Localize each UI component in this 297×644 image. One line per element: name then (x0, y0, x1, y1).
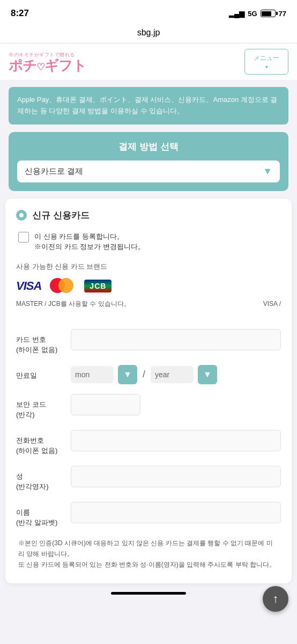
last-name-input[interactable] (71, 466, 281, 487)
first-name-field: 이름(반각 알파벳) (16, 502, 281, 528)
visa-logo: VISA (16, 279, 41, 293)
first-name-input[interactable] (71, 502, 281, 523)
url-bar[interactable]: sbg.jp (0, 24, 297, 43)
security-code-input[interactable] (71, 394, 140, 415)
phone-label: 전화번호(하이폰 없음) (16, 430, 64, 456)
payment-select-text: 신용카드로 결제 (25, 166, 83, 177)
month-dropdown-button[interactable]: ▼ (118, 365, 137, 384)
battery-icon (261, 10, 276, 18)
year-text: year (155, 370, 169, 379)
card-number-label: 카드 번호(하이폰 없음) (16, 329, 64, 355)
status-time: 8:27 (11, 8, 29, 19)
status-icons: ▂▄▆ 5G 77 (229, 10, 286, 18)
jcb-logo: JCB (84, 280, 112, 292)
last-name-field: 성(반각영자) (16, 466, 281, 492)
network-type: 5G (248, 10, 257, 18)
card-number-input[interactable] (71, 329, 281, 350)
status-bar: 8:27 ▂▄▆ 5G 77 (0, 0, 297, 24)
expiry-label: 만료일 (16, 365, 64, 381)
year-select-display: year (151, 366, 194, 383)
phone-field: 전화번호(하이폰 없음) (16, 430, 281, 456)
mastercard-logo (50, 278, 76, 294)
bottom-bar (111, 592, 186, 595)
first-name-label: 이름(반각 알파벳) (16, 502, 64, 528)
card-form-section: 신규 신용카드 이 신용 카드를 등록합니다。※이전의 카드 정보가 변경됩니다… (5, 199, 292, 583)
scroll-top-button[interactable]: ↑ (263, 586, 288, 612)
menu-button[interactable]: メニュー ▾ (244, 49, 288, 75)
bottom-note: ※본인 인증(3D 시큐어)에 대응하고 있지 않은 신용 카드는 결제를 행할… (16, 538, 281, 570)
new-card-label: 신규 신용카드 (32, 209, 90, 222)
url-text: sbg.jp (137, 28, 160, 37)
security-code-field: 보안 코드(반각) (16, 394, 281, 420)
payment-section: 결제 방법 선택 신용카드로 결제 ▼ (9, 132, 288, 191)
expiry-slash: / (143, 369, 145, 380)
expiry-row: mon ▼ / year ▼ (71, 365, 217, 384)
card-brands: VISA JCB (16, 278, 281, 294)
visa-support-text: VISA / (263, 300, 281, 308)
info-box: Apple Pay、휴대폰 결제、ポイント、결제 서비스、신용카드、Amazon… (9, 87, 288, 125)
arrow-up-icon: ↑ (273, 592, 279, 606)
month-text: mon (75, 370, 90, 379)
register-card-text: 이 신용 카드를 등록합니다。※이전의 카드 정보가 변경됩니다。 (34, 231, 145, 252)
expiry-field: 만료일 mon ▼ / year ▼ (16, 365, 281, 384)
dropdown-arrow-icon: ▼ (263, 166, 272, 177)
battery-percent: 77 (279, 10, 286, 18)
logo: 今のキモチがギフトで贈れる ポチ♡ギフト (9, 52, 86, 72)
support-text: MASTER / JCB를 사용할 수 있습니다。 (16, 299, 130, 309)
card-number-field: 카드 번호(하이폰 없음) (16, 329, 281, 355)
month-select-display: mon (71, 366, 114, 383)
menu-label: メニュー (254, 54, 279, 63)
security-code-label: 보안 코드(반각) (16, 394, 64, 420)
nav-bar: 今のキモチがギフトで贈れる ポチ♡ギフト メニュー ▾ (0, 43, 297, 80)
payment-section-title: 결제 방법 선택 (17, 141, 280, 153)
chevron-down-icon: ▾ (265, 64, 268, 70)
last-name-label: 성(반각영자) (16, 466, 64, 492)
new-card-header: 신규 신용카드 (16, 209, 281, 222)
register-card-checkbox-area[interactable]: 이 신용 카드를 등록합니다。※이전의 카드 정보가 변경됩니다。 (16, 231, 281, 252)
phone-input[interactable] (71, 430, 281, 451)
radio-new-card[interactable] (16, 210, 27, 221)
brand-section-title: 사용 가능한 신용 카드 브랜드 (16, 262, 281, 272)
logo-main: ポチ♡ギフト (9, 58, 86, 72)
payment-select[interactable]: 신용카드로 결제 ▼ (17, 160, 280, 182)
info-text: Apple Pay、휴대폰 결제、ポイント、결제 서비스、신용카드、Amazon… (17, 94, 280, 117)
register-card-checkbox[interactable] (18, 232, 29, 243)
year-dropdown-button[interactable]: ▼ (198, 365, 217, 384)
signal-icon: ▂▄▆ (229, 10, 244, 18)
